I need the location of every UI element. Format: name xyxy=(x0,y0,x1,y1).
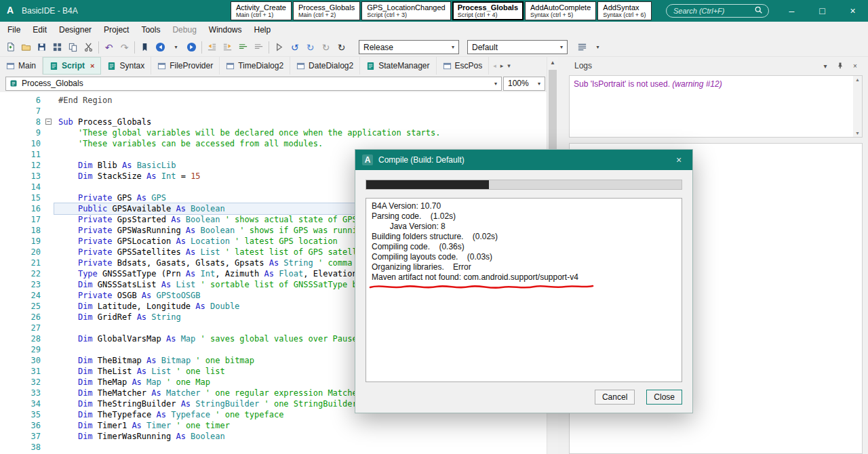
scroll-tabs-left-icon[interactable]: ◂ xyxy=(493,62,496,69)
module-selector-combo[interactable]: Process_Globals ▾ xyxy=(5,77,502,91)
layout-list-icon[interactable] xyxy=(574,40,590,55)
toolbar-separator xyxy=(201,41,202,54)
chevron-down-icon[interactable]: ▾ xyxy=(490,81,501,87)
toolbar-icons-right: ▾ xyxy=(574,40,606,55)
search-icon[interactable] xyxy=(754,5,763,17)
run-icon[interactable] xyxy=(271,40,287,55)
comment-icon[interactable] xyxy=(235,40,251,55)
chevron-down-icon[interactable]: ▾ xyxy=(556,44,567,50)
scroll-up-icon[interactable]: ▲ xyxy=(547,57,558,68)
search-box[interactable] xyxy=(666,4,769,18)
script-icon xyxy=(107,62,116,70)
build-configuration-combo[interactable]: Release ▾ xyxy=(359,40,459,54)
menu-edit[interactable]: Edit xyxy=(26,22,53,38)
tab-overflow-controls: ◂ ▸ ▾ xyxy=(489,57,515,75)
nav-back-icon[interactable] xyxy=(153,40,168,55)
menu-project[interactable]: Project xyxy=(98,22,135,38)
resume-icon[interactable]: ↺ xyxy=(287,40,302,55)
restart-icon[interactable]: ↻ xyxy=(334,40,349,55)
code-line-7[interactable]: 7 xyxy=(0,106,547,117)
compile-log-line: Parsing code. (1.02s) xyxy=(372,211,676,222)
step-into-icon[interactable]: ↻ xyxy=(302,40,318,55)
pin-icon[interactable] xyxy=(834,60,846,72)
quick-tab-AddSyntax[interactable]: AddSyntax Syntax (ctrl + 6) xyxy=(597,1,651,20)
quick-tab-GPS_LocationChanged[interactable]: GPS_LocationChanged Script (ctrl + 3) xyxy=(361,1,451,20)
logs-list[interactable]: Sub 'IsPortrait' is not used. (warning #… xyxy=(569,75,863,138)
doc-tab-statemanager[interactable]: StateManager xyxy=(360,57,436,75)
modules-icon[interactable] xyxy=(50,40,65,55)
code-line-8[interactable]: 8 − Sub Process_Globals xyxy=(0,117,547,127)
menu-file[interactable]: File xyxy=(1,22,26,38)
cancel-button[interactable]: Cancel xyxy=(595,390,635,405)
open-project-icon[interactable] xyxy=(18,40,34,55)
close-button[interactable]: × xyxy=(837,0,868,22)
code-line-6[interactable]: 6 #End Region xyxy=(0,95,547,106)
script-icon xyxy=(50,62,58,70)
doc-tab-script[interactable]: Script × xyxy=(43,57,101,75)
scroll-tabs-right-icon[interactable]: ▸ xyxy=(500,62,504,69)
logs-scrollbar[interactable]: ▲▼ xyxy=(853,76,862,137)
code-line-37[interactable]: 37 Dim TimerWasRunning As Boolean xyxy=(0,431,547,442)
redo-icon[interactable]: ↷ xyxy=(117,40,132,55)
doc-tab-datedialog2[interactable]: DateDialog2 xyxy=(290,57,360,75)
close-tab-icon[interactable]: × xyxy=(90,62,94,70)
uncomment-icon[interactable] xyxy=(251,40,267,55)
doc-tab-fileprovider[interactable]: FileProvider xyxy=(151,57,220,75)
log-entry[interactable]: Sub 'IsPortrait' is not used. (warning #… xyxy=(574,79,850,89)
logs-panel-header: Logs ▾ × xyxy=(569,57,863,75)
cut-icon[interactable] xyxy=(81,40,96,55)
code-line-9[interactable]: 9 'These global variables will be declar… xyxy=(0,127,547,138)
search-input[interactable] xyxy=(672,6,754,16)
doc-tab-escpos[interactable]: EscPos xyxy=(437,57,490,75)
compile-dialog-titlebar[interactable]: A Compile (Build: Default) × xyxy=(355,150,692,170)
chevron-down-icon[interactable]: ▾ xyxy=(534,81,545,87)
bookmark-icon[interactable] xyxy=(137,40,153,55)
indent-less-icon[interactable] xyxy=(204,40,220,55)
chevron-down-icon[interactable]: ▾ xyxy=(819,60,831,72)
code-line-10[interactable]: 10 'These variables can be accessed from… xyxy=(0,138,547,149)
chevron-down-icon[interactable]: ▾ xyxy=(448,44,458,50)
step-over-icon[interactable]: ↻ xyxy=(318,40,334,55)
compile-log-line: Organizing libraries. Error xyxy=(372,262,676,272)
quick-tab-Process_Globals[interactable]: Process_Globals Main (ctrl + 2) xyxy=(293,1,360,20)
fold-margin xyxy=(45,366,54,377)
scroll-up-icon[interactable]: ▲ xyxy=(855,77,860,82)
fold-margin xyxy=(45,333,54,344)
close-button[interactable]: Close xyxy=(646,390,682,405)
menu-windows[interactable]: Windows xyxy=(203,22,248,38)
compile-dialog: A Compile (Build: Default) × B4A Version… xyxy=(355,149,693,413)
doc-tab-syntax[interactable]: Syntax xyxy=(101,57,151,75)
undo-icon[interactable]: ↶ xyxy=(101,40,117,55)
new-module-icon[interactable] xyxy=(3,40,18,55)
menu-tools[interactable]: Tools xyxy=(135,22,166,38)
menu-debug[interactable]: Debug xyxy=(166,22,202,38)
menu-help[interactable]: Help xyxy=(248,22,277,38)
nav-forward-icon[interactable] xyxy=(184,40,199,55)
copy-icon[interactable] xyxy=(65,40,81,55)
tab-list-icon[interactable]: ▾ xyxy=(507,62,511,69)
quick-tab-Process_Globals[interactable]: Process_Globals Script (ctrl + 4) xyxy=(452,1,524,20)
zoom-combo[interactable]: 100% ▾ xyxy=(503,77,545,91)
logs-panel-title: Logs xyxy=(574,61,819,70)
code-line-36[interactable]: 36 Dim Timer1 As Timer ' one timer xyxy=(0,420,547,431)
fold-collapse-icon[interactable]: − xyxy=(45,117,54,127)
indent-more-icon[interactable] xyxy=(220,40,235,55)
menu-designer[interactable]: Designer xyxy=(53,22,98,38)
quick-tab-AddAutoComplete[interactable]: AddAutoComplete Syntax (ctrl + 5) xyxy=(525,1,596,20)
caret-down-icon[interactable]: ▾ xyxy=(168,40,184,55)
code-line-38[interactable]: 38 xyxy=(0,442,547,453)
caret-down-icon[interactable]: ▾ xyxy=(590,40,606,55)
minimize-button[interactable]: – xyxy=(776,0,807,22)
compile-log-line: B4A Version: 10.70 xyxy=(372,201,676,211)
form-icon xyxy=(296,62,305,70)
build-target-combo[interactable]: Default ▾ xyxy=(467,40,568,54)
doc-tab-main[interactable]: Main xyxy=(0,57,43,75)
doc-tab-timedialog2[interactable]: TimeDialog2 xyxy=(220,57,290,75)
quick-tab-Activity_Create[interactable]: Activity_Create Main (ctrl + 1) xyxy=(231,1,292,20)
maximize-button[interactable]: □ xyxy=(807,0,837,22)
save-icon[interactable] xyxy=(34,40,50,55)
close-icon[interactable]: × xyxy=(849,60,861,72)
close-icon[interactable]: × xyxy=(665,154,692,165)
scroll-down-icon[interactable]: ▼ xyxy=(855,131,860,136)
fold-margin xyxy=(45,171,54,182)
